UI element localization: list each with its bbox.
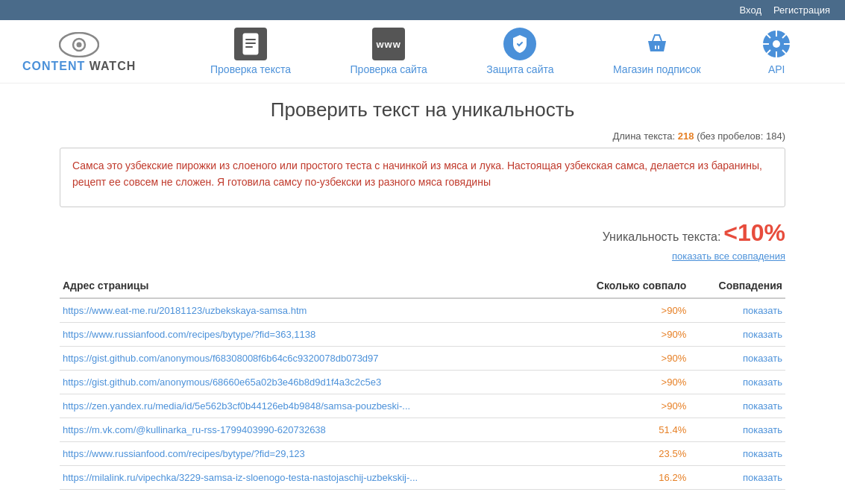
result-url[interactable]: https://www.russianfood.com/recipes/byty… <box>60 323 557 347</box>
logo[interactable]: CONTENT WATCH <box>22 30 136 73</box>
uniqueness-section: Уникальность текста: <10% <box>60 219 785 247</box>
logo-icon <box>57 30 101 60</box>
navigation: Проверка текста www Проверка сайта Защит… <box>180 28 823 75</box>
show-all-link[interactable]: показать все совпадения <box>672 251 785 262</box>
show-link[interactable]: показать <box>743 353 782 364</box>
result-count: >90% <box>557 323 689 347</box>
basket-icon <box>641 28 673 60</box>
table-row: https://gist.github.com/anonymous/f68308… <box>60 347 785 371</box>
main-content: Проверить текст на уникальность Длина те… <box>0 84 845 504</box>
table-row: https://www.russianfood.com/recipes/byty… <box>60 323 785 347</box>
nav-check-site-label: Проверка сайта <box>351 63 427 75</box>
shield-icon <box>503 28 536 60</box>
result-url-link[interactable]: https://m.vk.com/@kullinarka_ru-rss-1799… <box>63 424 326 435</box>
result-url[interactable]: https://www.russianfood.com/recipes/byty… <box>60 442 557 466</box>
result-count: >90% <box>557 371 689 394</box>
nav-check-text-label: Проверка текста <box>210 63 291 75</box>
result-show[interactable]: показать <box>689 347 785 371</box>
top-bar: Вход Регистрация <box>0 0 845 20</box>
logo-text: CONTENT WATCH <box>22 60 136 73</box>
result-url[interactable]: https://zen.yandex.ru/media/id/5e562b3cf… <box>60 394 557 418</box>
show-link[interactable]: показать <box>743 424 782 435</box>
result-count: >90% <box>557 347 689 371</box>
nav-protect-site-label: Защита сайта <box>486 63 553 75</box>
result-count: >90% <box>557 394 689 418</box>
svg-rect-8 <box>658 45 659 49</box>
result-show[interactable]: показать <box>689 394 785 418</box>
nav-api-label: API <box>768 63 785 75</box>
table-row: https://gist.github.com/anonymous/68660e… <box>60 371 785 394</box>
result-show[interactable]: показать <box>689 442 785 466</box>
result-url-link[interactable]: https://gist.github.com/anonymous/f68308… <box>63 353 379 364</box>
nav-shop[interactable]: Магазин подписок <box>613 28 701 75</box>
document-icon <box>234 28 267 60</box>
show-link[interactable]: показать <box>743 377 782 388</box>
input-text-display: Самса это узбекские пирожки из слоеного … <box>60 148 785 207</box>
result-url[interactable]: https://gist.github.com/anonymous/68660e… <box>60 371 557 394</box>
result-count: 23.5% <box>557 442 689 466</box>
show-link[interactable]: показать <box>743 448 782 459</box>
svg-point-2 <box>77 42 82 48</box>
table-row: https://milalink.ru/vipechka/3229-samsa-… <box>60 466 785 490</box>
uniqueness-value: <10% <box>723 219 785 246</box>
uniqueness-label: Уникальность текста: <box>603 230 721 243</box>
result-show[interactable]: показать <box>689 466 785 490</box>
nav-protect-site[interactable]: Защита сайта <box>486 28 553 75</box>
table-row: https://www.eat-me.ru/20181123/uzbekskay… <box>60 298 785 323</box>
col-count-header: Сколько совпало <box>557 274 689 298</box>
result-url[interactable]: https://m.vk.com/@kullinarka_ru-rss-1799… <box>60 418 557 442</box>
show-link[interactable]: показать <box>743 305 782 316</box>
results-table: Адрес страницы Сколько совпало Совпадени… <box>60 274 785 490</box>
api-icon <box>760 28 793 60</box>
result-count: >90% <box>557 298 689 323</box>
nav-shop-label: Магазин подписок <box>613 63 701 75</box>
result-show[interactable]: показать <box>689 323 785 347</box>
result-show[interactable]: показать <box>689 298 785 323</box>
table-row: https://zen.yandex.ru/media/id/5e562b3cf… <box>60 394 785 418</box>
result-count: 51.4% <box>557 418 689 442</box>
result-show[interactable]: показать <box>689 418 785 442</box>
result-url[interactable]: https://gist.github.com/anonymous/f68308… <box>60 347 557 371</box>
svg-rect-4 <box>245 39 256 40</box>
header: CONTENT WATCH Проверка текста www Провер… <box>0 20 845 84</box>
register-link[interactable]: Регистрация <box>773 4 830 16</box>
result-url-link[interactable]: https://www.eat-me.ru/20181123/uzbekskay… <box>63 305 307 316</box>
show-link[interactable]: показать <box>743 472 782 483</box>
svg-rect-5 <box>245 42 256 44</box>
col-url-header: Адрес страницы <box>60 274 557 298</box>
col-matches-header: Совпадения <box>689 274 785 298</box>
text-length: Длина текста: 218 (без пробелов: 184) <box>60 130 785 142</box>
nav-api[interactable]: API <box>760 28 793 75</box>
nav-check-site[interactable]: www Проверка сайта <box>351 28 427 75</box>
table-row: https://www.russianfood.com/recipes/byty… <box>60 442 785 466</box>
svg-point-10 <box>773 40 780 48</box>
show-link[interactable]: показать <box>743 400 782 412</box>
svg-rect-7 <box>655 45 656 49</box>
result-url-link[interactable]: https://www.russianfood.com/recipes/byty… <box>63 329 315 340</box>
result-url[interactable]: https://milalink.ru/vipechka/3229-samsa-… <box>60 466 557 490</box>
login-link[interactable]: Вход <box>740 4 761 16</box>
table-row: https://m.vk.com/@kullinarka_ru-rss-1799… <box>60 418 785 442</box>
show-all-matches[interactable]: показать все совпадения <box>60 250 785 262</box>
result-url-link[interactable]: https://milalink.ru/vipechka/3229-samsa-… <box>63 472 418 483</box>
result-url-link[interactable]: https://zen.yandex.ru/media/id/5e562b3cf… <box>63 400 410 412</box>
page-title: Проверить текст на уникальность <box>60 98 785 122</box>
result-url-link[interactable]: https://gist.github.com/anonymous/68660e… <box>63 377 381 388</box>
show-link[interactable]: показать <box>743 329 782 340</box>
www-icon: www <box>372 28 405 60</box>
result-url[interactable]: https://www.eat-me.ru/20181123/uzbekskay… <box>60 298 557 323</box>
svg-rect-6 <box>245 46 253 48</box>
result-show[interactable]: показать <box>689 371 785 394</box>
nav-check-text[interactable]: Проверка текста <box>210 28 291 75</box>
result-count: 16.2% <box>557 466 689 490</box>
result-url-link[interactable]: https://www.russianfood.com/recipes/byty… <box>63 448 305 459</box>
